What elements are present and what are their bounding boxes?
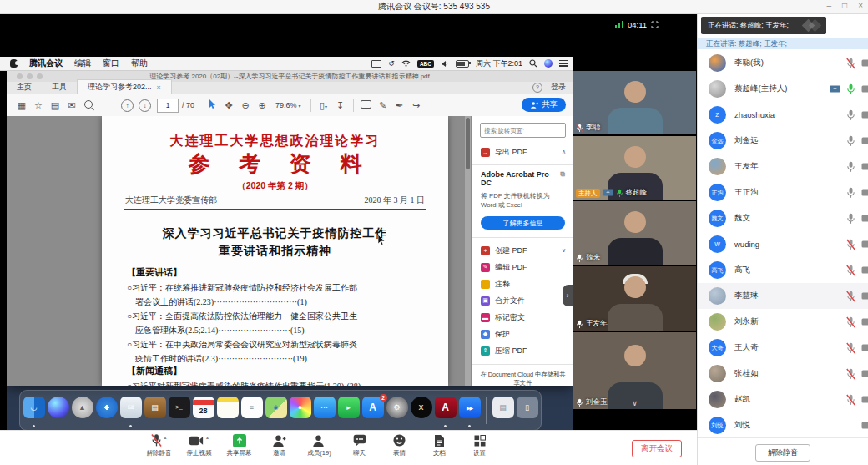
- sign-in-link[interactable]: 登录: [551, 82, 566, 93]
- dock-item-safari[interactable]: ✦: [95, 392, 118, 428]
- promo-learn-more-button[interactable]: 了解更多信息: [481, 216, 565, 230]
- page-down-icon[interactable]: ↓: [139, 99, 151, 112]
- participant-row[interactable]: 金远刘金远: [698, 128, 868, 154]
- dock-item-app-store[interactable]: A2: [361, 392, 384, 428]
- dock-item-trash[interactable]: ▯: [516, 392, 538, 428]
- display-icon[interactable]: [371, 60, 381, 68]
- participant-row[interactable]: 大奇王大奇: [698, 335, 868, 361]
- tool-protect[interactable]: ◆保护: [472, 326, 573, 342]
- save-icon[interactable]: ▦: [13, 100, 30, 111]
- dock-item-osirix[interactable]: X: [410, 392, 432, 428]
- participant-row[interactable]: Wwuding: [698, 231, 868, 257]
- dock-item-finder[interactable]: ◡: [23, 392, 45, 428]
- tool-export-pdf[interactable]: →导出 PDF∧: [472, 144, 573, 160]
- zoom-out-icon[interactable]: [80, 100, 97, 110]
- volume-icon[interactable]: [441, 60, 449, 68]
- page-number-input[interactable]: [157, 99, 179, 113]
- dock-item-messages[interactable]: ⋯: [313, 392, 336, 428]
- dock-item-calendar[interactable]: 28: [192, 392, 214, 428]
- invite-button[interactable]: 邀请: [260, 433, 298, 457]
- zoom-traffic-light[interactable]: [37, 73, 43, 79]
- tab-close-icon[interactable]: ×: [157, 83, 161, 92]
- tool-create-pdf[interactable]: +创建 PDF∨: [472, 242, 573, 259]
- video-thumbnail-魏来[interactable]: 魏来: [573, 201, 696, 265]
- close-traffic-light[interactable]: [17, 73, 23, 79]
- tool-edit-pdf[interactable]: ✎编辑 PDF: [472, 259, 573, 275]
- tab-tools[interactable]: 工具: [42, 80, 77, 94]
- participant-row[interactable]: 王发年: [698, 154, 868, 179]
- close-icon[interactable]: ×: [858, 1, 863, 10]
- menu-icon[interactable]: [559, 60, 568, 67]
- zoom-plus-icon[interactable]: ⊕: [254, 100, 270, 111]
- page-display-icon[interactable]: ▯▾: [315, 100, 332, 111]
- document-scrollbar[interactable]: [465, 116, 471, 386]
- dock-item-maps[interactable]: ◉: [265, 392, 287, 428]
- chevron-icon[interactable]: ∨: [562, 247, 566, 254]
- siri-icon[interactable]: [544, 59, 553, 68]
- minimize-traffic-light[interactable]: [27, 73, 33, 79]
- settings-button[interactable]: 设置: [461, 433, 498, 457]
- participant-row[interactable]: 李聪(我): [698, 50, 868, 76]
- participant-row[interactable]: 李慧琳: [698, 283, 868, 309]
- dock-item-tencent-meeting[interactable]: ▶▶: [458, 392, 481, 428]
- search-icon[interactable]: [529, 59, 537, 68]
- members-button[interactable]: 成员(19): [300, 433, 338, 457]
- tab-document[interactable]: 理论学习参考202... ×: [77, 79, 172, 94]
- zoom-minus-icon[interactable]: ⊖: [237, 100, 254, 111]
- dock-item-acrobat[interactable]: A: [434, 392, 457, 428]
- scroll-mode-icon[interactable]: ↧: [332, 100, 349, 111]
- dock-item-launchpad[interactable]: ▲: [71, 392, 93, 428]
- input-abc-icon[interactable]: ABC: [417, 60, 434, 68]
- participant-row[interactable]: 刘悦刘悦: [698, 412, 868, 438]
- dock-item-terminal[interactable]: >_: [168, 392, 190, 428]
- email-icon[interactable]: ✉: [63, 100, 80, 111]
- participant-row[interactable]: 刘永新: [698, 309, 868, 335]
- dock-item-siri[interactable]: [47, 392, 69, 428]
- select-tool-icon[interactable]: [204, 99, 220, 111]
- caret-up-icon[interactable]: ▲: [164, 435, 168, 440]
- participant-row[interactable]: 高飞高飞: [698, 257, 868, 283]
- forward-icon[interactable]: ↪: [408, 100, 425, 111]
- share-screen-button[interactable]: 共享屏幕: [220, 433, 258, 457]
- video-thumbnail-李聪[interactable]: 李聪: [573, 71, 696, 134]
- sign-icon[interactable]: ✒: [391, 100, 408, 111]
- menu-编辑[interactable]: 编辑: [74, 58, 91, 69]
- participant-row[interactable]: 蔡超峰(主持人): [698, 76, 868, 102]
- docs-button[interactable]: 文档: [421, 433, 458, 457]
- battery-icon[interactable]: [456, 60, 469, 68]
- hand-tool-icon[interactable]: ✥: [220, 100, 237, 111]
- dock-item-photos[interactable]: ●: [289, 392, 311, 428]
- tool-compress-pdf[interactable]: ⇕压缩 PDF: [472, 342, 573, 359]
- draw-icon[interactable]: ✎: [375, 100, 391, 111]
- menu-窗口[interactable]: 窗口: [103, 58, 119, 69]
- dock-item-system-preferences[interactable]: ⚙: [386, 392, 408, 428]
- participant-row[interactable]: Zzhaoshuxia: [698, 102, 868, 128]
- participant-row[interactable]: 正沟王正沟: [698, 179, 868, 205]
- bookmark-icon[interactable]: ☆: [30, 100, 47, 111]
- participant-row[interactable]: 张桂如: [698, 361, 868, 387]
- help-icon[interactable]: ?: [532, 83, 542, 93]
- dock-item-facetime[interactable]: ▸: [337, 392, 360, 428]
- time-machine-icon[interactable]: ↺: [388, 59, 395, 68]
- video-thumbnail-蔡超峰[interactable]: 主持人蔡超峰: [573, 136, 696, 200]
- stop-video-button[interactable]: ▲停止视频: [180, 433, 218, 457]
- chat-button[interactable]: 聊天: [341, 433, 378, 457]
- unmute-button[interactable]: ▲解除静音: [140, 433, 178, 457]
- tool-combine-files[interactable]: ▣合并文件: [472, 292, 573, 309]
- panel-unmute-button[interactable]: 解除静音: [755, 444, 810, 462]
- datetime-icon[interactable]: 周六 下午2:01: [476, 58, 522, 69]
- collapse-strip-icon[interactable]: ∨: [632, 399, 638, 407]
- tab-home[interactable]: 主页: [7, 80, 42, 94]
- dock-item-contacts[interactable]: ▤: [144, 392, 166, 428]
- maximize-icon[interactable]: □: [842, 1, 847, 10]
- video-thumbnail-刘金玉[interactable]: 刘金玉∨: [573, 332, 696, 409]
- participant-row[interactable]: 魏文魏文: [698, 205, 868, 231]
- print-icon[interactable]: ▤: [47, 100, 63, 111]
- participant-row[interactable]: 赵凯: [698, 387, 868, 412]
- emoji-button[interactable]: 表情: [381, 433, 418, 457]
- comment-icon[interactable]: [358, 100, 375, 110]
- share-button[interactable]: 共享: [522, 98, 566, 112]
- dock-item-mail[interactable]: ✉: [119, 392, 142, 428]
- chevron-icon[interactable]: ∧: [562, 149, 566, 155]
- wifi-icon[interactable]: [401, 60, 411, 67]
